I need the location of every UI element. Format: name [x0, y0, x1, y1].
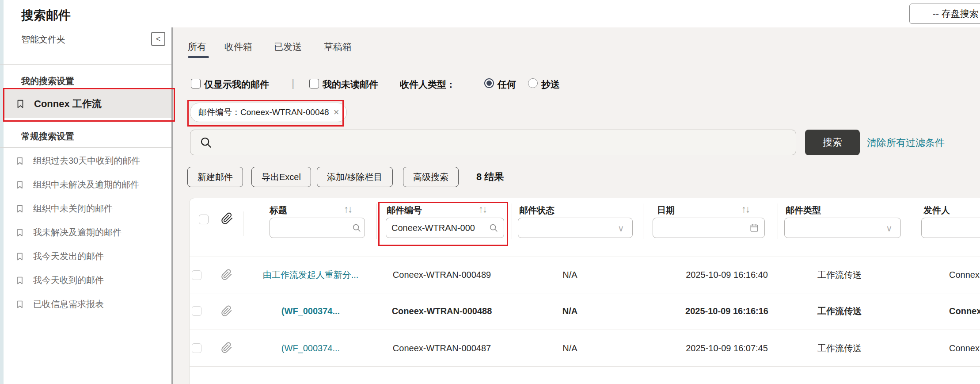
bookmark-icon [15, 156, 24, 166]
my-unread-checkbox[interactable] [309, 79, 319, 88]
row-checkbox[interactable] [192, 270, 201, 280]
sidebar-item-label: Connex 工作流 [34, 97, 102, 111]
sidebar-item-label: 组织过去30天中收到的邮件 [33, 155, 140, 167]
column-header-date: 日期 [657, 204, 675, 216]
export-excel-button[interactable]: 导出Excel [251, 167, 311, 187]
row-title-link[interactable]: (WF_000374... [261, 339, 361, 357]
sidebar-main-divider [171, 27, 173, 384]
bookmark-icon [15, 299, 24, 310]
tab-sent[interactable]: 已发送 [274, 41, 302, 53]
header-separator [778, 204, 778, 239]
row-date: 2025-10-09 16:07:45 [667, 339, 786, 357]
row-date: 2025-10-09 16:16:40 [667, 265, 786, 284]
title-filter-input[interactable] [270, 218, 365, 238]
only-my-mail-checkbox[interactable] [191, 79, 201, 88]
row-title-link[interactable]: 由工作流发起人重新分... [261, 265, 361, 284]
row-type: 工作流传送 [791, 265, 888, 284]
result-count: 8 结果 [476, 170, 504, 184]
row-divider [189, 330, 980, 330]
row-divider [189, 366, 980, 367]
row-checkbox[interactable] [192, 306, 201, 316]
search-icon [489, 223, 498, 233]
search-icon [199, 136, 213, 149]
bookmark-icon [15, 180, 24, 190]
type-filter-select[interactable] [784, 218, 901, 238]
paperclip-icon [221, 305, 232, 317]
clear-all-filters-link[interactable]: 清除所有过滤条件 [867, 136, 945, 150]
recipient-cc-radio[interactable] [528, 78, 538, 88]
chevron-down-icon: ∨ [618, 223, 624, 234]
search-button[interactable]: 搜索 [805, 130, 860, 155]
mail-no-filter-chip[interactable]: 邮件编号：Coneex-WTRAN-00048 × [190, 103, 347, 122]
status-filter-select[interactable] [518, 218, 633, 238]
bookmark-icon [15, 204, 24, 214]
row-sender: Connex门 [949, 265, 980, 284]
filter-chip-text: 邮件编号：Coneex-WTRAN-00048 [198, 107, 329, 118]
sidebar-item-my-unresolved-overdue[interactable]: 我未解决及逾期的邮件 [15, 227, 122, 238]
date-filter-input[interactable] [653, 218, 765, 238]
sidebar-item-sent-today[interactable]: 我今天发出的邮件 [15, 250, 104, 262]
sidebar-item-label: 我今天发出的邮件 [33, 250, 104, 262]
page-title: 搜索邮件 [21, 7, 71, 24]
sidebar-divider-2 [0, 147, 171, 148]
select-all-checkbox[interactable] [199, 215, 209, 224]
paperclip-icon [221, 342, 232, 353]
sidebar-item-label: 我今天收到的邮件 [33, 274, 104, 286]
tab-drafts[interactable]: 草稿箱 [324, 41, 352, 53]
sort-icons-date[interactable]: ↑↓ [741, 204, 749, 215]
sidebar-item-label: 已收信息需求报表 [33, 298, 104, 310]
row-mail-no: Coneex-WTRAN-000489 [387, 265, 497, 284]
search-icon [352, 223, 361, 233]
tab-inbox[interactable]: 收件箱 [224, 41, 252, 53]
row-status: N/A [517, 265, 623, 284]
header-separator [376, 204, 377, 239]
sidebar-item-org-unresolved-overdue[interactable]: 组织中未解决及逾期的邮件 [15, 179, 139, 191]
tab-all[interactable]: 所有 [188, 41, 206, 53]
recipient-any-radio[interactable] [484, 78, 494, 88]
sender-filter-input[interactable] [921, 218, 980, 238]
sidebar-collapse-button[interactable]: < [151, 32, 165, 46]
left-edge-strip [0, 0, 4, 384]
chevron-left-icon: < [156, 35, 161, 44]
sidebar-section-my-settings: 我的搜索设置 [21, 75, 74, 87]
sidebar-item-connex-workflow[interactable]: Connex 工作流 [4, 90, 171, 118]
row-checkbox[interactable] [192, 343, 201, 353]
sidebar-item-org-unclosed[interactable]: 组织中未关闭的邮件 [15, 203, 113, 215]
my-unread-label: 我的未读邮件 [323, 78, 378, 91]
global-search-input[interactable] [190, 130, 796, 155]
sidebar-item-received-today[interactable]: 我今天收到的邮件 [15, 274, 104, 286]
saved-search-select[interactable]: -- 存盘搜索 [909, 4, 980, 24]
column-header-mail-no: 邮件编号 [387, 204, 422, 216]
bookmark-icon [15, 275, 24, 286]
only-my-mail-label: 仅显示我的邮件 [204, 78, 269, 91]
header-separator [243, 211, 243, 236]
mail-no-filter-input[interactable]: Coneex-WTRAN-000 [386, 218, 504, 238]
row-title-link[interactable]: (WF_000374... [261, 302, 361, 320]
paperclip-icon [221, 269, 232, 280]
saved-search-select-value: -- 存盘搜索 [933, 8, 979, 20]
sort-icons-mail-no[interactable]: ↑↓ [479, 204, 486, 215]
add-remove-columns-button[interactable]: 添加/移除栏目 [317, 167, 393, 187]
header-separator [512, 204, 512, 239]
close-icon[interactable]: × [334, 107, 339, 118]
sort-icons-title[interactable]: ↑↓ [344, 204, 352, 215]
bookmark-icon [15, 251, 24, 262]
column-header-title: 标题 [270, 204, 287, 216]
active-tab-indicator [188, 56, 209, 58]
sidebar-item-label: 我未解决及逾期的邮件 [33, 227, 122, 238]
sidebar-item-label: 组织中未解决及逾期的邮件 [33, 179, 139, 191]
recipient-type-label: 收件人类型： [400, 78, 456, 91]
mail-search-page: 搜索邮件 -- 存盘搜索 智能文件夹 < 我的搜索设置 Connex 工作流 常… [0, 0, 980, 384]
sidebar-item-received-30days[interactable]: 组织过去30天中收到的邮件 [15, 155, 140, 167]
sidebar-item-label: 组织中未关闭的邮件 [33, 203, 113, 215]
sidebar-item-info-request-report[interactable]: 已收信息需求报表 [15, 298, 104, 310]
column-header-sender: 发件人 [923, 204, 950, 216]
row-status: N/A [517, 302, 623, 320]
header-separator [914, 204, 914, 239]
sidebar-section-general-settings: 常规搜索设置 [21, 131, 74, 142]
header-separator [643, 204, 643, 239]
advanced-search-button[interactable]: 高级搜索 [403, 167, 459, 187]
chevron-down-icon: ∨ [886, 223, 893, 234]
new-mail-button[interactable]: 新建邮件 [187, 167, 243, 187]
row-divider [189, 293, 980, 293]
